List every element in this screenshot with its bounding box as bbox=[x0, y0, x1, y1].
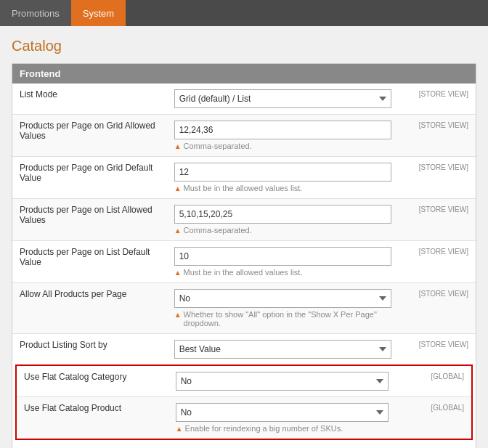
row-scope-allow-all: [STORE VIEW] bbox=[399, 283, 476, 334]
table-row: Products per Page on List Default Value … bbox=[12, 241, 476, 283]
hint-icon: ▲ bbox=[174, 311, 182, 319]
table-row: Products per Page on Grid Allowed Values… bbox=[12, 115, 476, 157]
table-row: Use Flat Catalog Category No Yes [GLOBAL… bbox=[17, 366, 471, 397]
top-nav: Promotions System bbox=[0, 0, 488, 26]
hint-icon: ▲ bbox=[174, 269, 182, 277]
hint-icon: ▲ bbox=[174, 227, 182, 235]
highlighted-section: Use Flat Catalog Category No Yes [GLOBAL… bbox=[15, 364, 473, 440]
row-label-allow-all: Allow All Products per Page bbox=[12, 283, 167, 334]
row-control-allow-all: No Yes ▲Whether to show "All" option in … bbox=[167, 283, 399, 334]
table-row: Products per Page on List Allowed Values… bbox=[12, 199, 476, 241]
table-row: Allow All Products per Page No Yes ▲Whet… bbox=[12, 283, 476, 334]
row-scope-flat-category: [GLOBAL] bbox=[396, 366, 471, 397]
section-header: Frontend bbox=[12, 64, 476, 84]
row-label-grid-allowed: Products per Page on Grid Allowed Values bbox=[12, 115, 167, 157]
flat-product-select[interactable]: No Yes bbox=[176, 403, 389, 422]
row-label-flat-product: Use Flat Catalog Product bbox=[17, 397, 168, 439]
hint-icon: ▲ bbox=[176, 425, 183, 433]
row-label-sort: Product Listing Sort by bbox=[12, 334, 167, 365]
row-control-flat-category: No Yes bbox=[168, 366, 396, 397]
row-control-sort: Best Value Name Price bbox=[167, 334, 399, 365]
list-mode-select[interactable]: Grid (default) / List List Grid bbox=[174, 89, 391, 108]
row-scope-sort: [STORE VIEW] bbox=[399, 334, 476, 365]
hint-text: Whether to show "All" option in the "Sho… bbox=[184, 310, 391, 327]
frontend-section: Frontend List Mode Grid (default) / List… bbox=[12, 63, 476, 448]
table-row: Allow Dynamic Media URLs in Products and… bbox=[12, 443, 476, 448]
row-label-list-mode: List Mode bbox=[12, 84, 167, 115]
row-control-list-default: ▲Must be in the allowed values list. bbox=[167, 241, 399, 283]
row-scope-grid-allowed: [STORE VIEW] bbox=[399, 115, 476, 157]
grid-allowed-input[interactable] bbox=[174, 121, 391, 139]
list-allowed-input[interactable] bbox=[174, 205, 391, 224]
hint-text: Enable for reindexing a big number of SK… bbox=[185, 424, 343, 433]
table-row: Products per Page on Grid Default Value … bbox=[12, 157, 476, 199]
row-label-dynamic-media: Allow Dynamic Media URLs in Products and… bbox=[12, 443, 167, 448]
hint-icon: ▲ bbox=[174, 142, 182, 150]
allow-all-select[interactable]: No Yes bbox=[174, 289, 391, 308]
hint-text: Must be in the allowed values list. bbox=[184, 184, 303, 192]
table-row: List Mode Grid (default) / List List Gri… bbox=[12, 84, 476, 115]
row-label-list-default: Products per Page on List Default Value bbox=[12, 241, 167, 283]
row-control-list-mode: Grid (default) / List List Grid bbox=[167, 84, 399, 115]
flat-category-select[interactable]: No Yes bbox=[176, 372, 389, 391]
table-row: Use Flat Catalog Product No Yes ▲Enable … bbox=[17, 397, 471, 439]
nav-promotions[interactable]: Promotions bbox=[0, 0, 71, 26]
list-default-input[interactable] bbox=[174, 247, 391, 266]
row-scope-list-mode: [STORE VIEW] bbox=[399, 84, 476, 115]
row-control-grid-allowed: ▲Comma-separated. bbox=[167, 115, 399, 157]
table-row: Product Listing Sort by Best Value Name … bbox=[12, 334, 476, 365]
row-scope-flat-product: [GLOBAL] bbox=[396, 397, 471, 439]
row-scope-dynamic-media: [STORE VIEW] bbox=[399, 443, 476, 448]
hint-icon: ▲ bbox=[174, 184, 182, 192]
grid-default-input[interactable] bbox=[174, 163, 391, 182]
row-scope-grid-default: [STORE VIEW] bbox=[399, 157, 476, 199]
nav-system[interactable]: System bbox=[71, 0, 126, 26]
row-label-flat-category: Use Flat Catalog Category bbox=[17, 366, 168, 397]
hint-text: Comma-separated. bbox=[184, 226, 252, 235]
sort-select[interactable]: Best Value Name Price bbox=[174, 340, 391, 359]
row-control-dynamic-media: Yes No ▲E.g. {{media url="path/to/image.… bbox=[167, 443, 399, 448]
row-label-list-allowed: Products per Page on List Allowed Values bbox=[12, 199, 167, 241]
hint-text: Comma-separated. bbox=[184, 142, 252, 150]
row-label-grid-default: Products per Page on Grid Default Value bbox=[12, 157, 167, 199]
row-control-flat-product: No Yes ▲Enable for reindexing a big numb… bbox=[168, 397, 396, 439]
row-scope-list-default: [STORE VIEW] bbox=[399, 241, 476, 283]
page-title: Catalog bbox=[12, 38, 476, 54]
row-scope-list-allowed: [STORE VIEW] bbox=[399, 199, 476, 241]
row-control-list-allowed: ▲Comma-separated. bbox=[167, 199, 399, 241]
hint-text: Must be in the allowed values list. bbox=[184, 268, 303, 277]
row-control-grid-default: ▲Must be in the allowed values list. bbox=[167, 157, 399, 199]
